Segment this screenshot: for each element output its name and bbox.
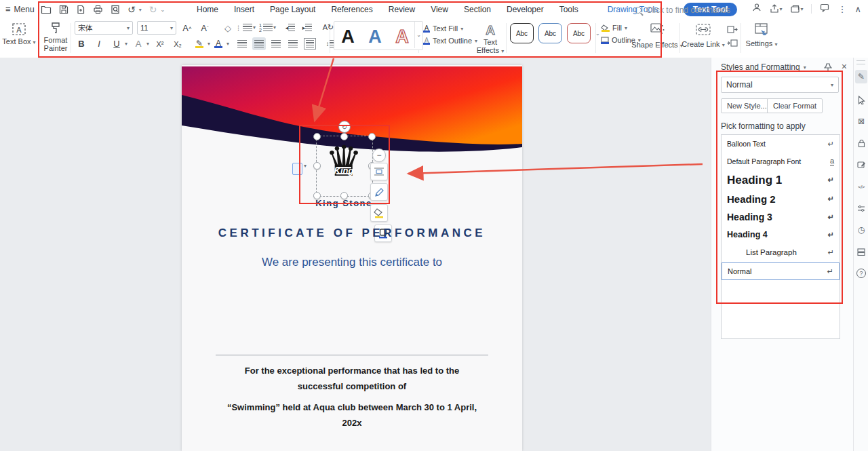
underline-button[interactable]: U	[110, 37, 123, 50]
save-icon[interactable]	[59, 5, 68, 14]
shrink-font-button[interactable]: Aˉ	[198, 22, 212, 35]
more-options-icon[interactable]: ⋮	[837, 4, 846, 14]
new-style-button[interactable]: New Style...	[721, 98, 773, 113]
clear-format-icon[interactable]: ◇	[221, 22, 235, 35]
certificate-page[interactable]: ♛ King ↻ ▾ −	[182, 65, 522, 451]
shape-style-red[interactable]: Abc	[567, 23, 591, 43]
style-item-normal-selected[interactable]: Normal↵	[722, 262, 840, 280]
style-item-heading-4[interactable]: Heading 4↵	[722, 226, 840, 243]
bullets-button[interactable]: ⋮	[235, 21, 252, 34]
subscript-button[interactable]: X₂	[171, 37, 184, 50]
decrease-indent-button[interactable]: ◂	[283, 21, 297, 34]
edit-mode-icon[interactable]: ✎	[855, 70, 867, 83]
help-icon[interactable]: ?	[855, 267, 867, 280]
comment-icon[interactable]	[820, 3, 829, 15]
paste-options-button[interactable]: ▾	[292, 163, 307, 175]
tab-tools[interactable]: Tools	[559, 5, 578, 16]
settings-button[interactable]: Settings ▾	[746, 22, 777, 47]
qat-customize-icon[interactable]: ⌄	[160, 7, 165, 13]
close-window-icon[interactable]: ⊠	[855, 115, 867, 128]
increase-indent-button[interactable]: ▸	[300, 21, 314, 34]
document-canvas[interactable]: ♛ King ↻ ▾ −	[0, 58, 711, 451]
code-view-icon[interactable]: </>	[855, 180, 867, 193]
link-next-button[interactable]	[727, 38, 738, 50]
undo-dropdown-icon[interactable]: ▾	[139, 7, 142, 13]
bold-button[interactable]: B	[75, 37, 88, 50]
rail-grip[interactable]	[856, 60, 865, 64]
panel-title[interactable]: Styles and Formatting ▾	[721, 62, 806, 72]
justify-button[interactable]	[286, 37, 300, 50]
tab-view[interactable]: View	[431, 5, 448, 16]
tab-insert[interactable]: Insert	[234, 5, 254, 16]
tab-review[interactable]: Review	[389, 5, 415, 16]
print-icon[interactable]	[93, 5, 103, 14]
clear-format-button[interactable]: Clear Format	[767, 98, 823, 113]
tab-references[interactable]: References	[331, 5, 372, 16]
text-box-button[interactable]: A Text Box ▾	[1, 21, 37, 45]
text-outline-button[interactable]: A Text Outline▾	[423, 37, 477, 45]
tab-section[interactable]: Section	[464, 5, 491, 16]
resize-handle-n[interactable]	[340, 133, 348, 140]
font-name-combo[interactable]: 宋体▾	[75, 21, 133, 35]
distribute-button[interactable]	[303, 37, 317, 50]
text-fill-button[interactable]: A Text Fill▾	[423, 24, 477, 33]
layout-options-button[interactable]	[370, 163, 388, 180]
shape-style-black[interactable]: Abc	[510, 23, 534, 43]
resize-handle-ne[interactable]	[368, 133, 376, 140]
share-button[interactable]: ▾	[770, 4, 782, 14]
print-preview-icon[interactable]	[111, 5, 120, 14]
collapse-ribbon-icon[interactable]: ∧	[854, 4, 861, 14]
char-effects-button[interactable]: A	[132, 37, 145, 50]
superscript-button[interactable]: X²	[153, 37, 167, 50]
shape-gallery-more[interactable]: ⌄	[595, 31, 600, 37]
font-color-button[interactable]: A	[214, 39, 222, 48]
text-effects-button[interactable]: A Text Effects ▾	[475, 22, 506, 54]
resize-handle-nw[interactable]	[313, 133, 321, 140]
tab-developer[interactable]: Developer	[507, 5, 544, 16]
shape-effects-button[interactable]: Shape Effects ▾	[636, 22, 678, 49]
pin-panel-icon[interactable]	[824, 62, 832, 75]
history-icon[interactable]: ◷	[855, 223, 867, 237]
lock-icon[interactable]	[855, 136, 867, 150]
account-icon[interactable]	[752, 3, 762, 15]
style-item-list-paragraph[interactable]: List Paragraph↵	[722, 243, 840, 261]
style-a-black[interactable]: A	[338, 24, 358, 47]
collapse-toolbar-button[interactable]: −	[372, 149, 386, 162]
rotate-handle[interactable]: ↻	[338, 121, 351, 133]
align-left-button[interactable]	[235, 37, 249, 50]
style-item-heading-3[interactable]: Heading 3↵	[722, 208, 840, 226]
grow-font-button[interactable]: A˄	[180, 22, 194, 35]
resize-handle-w[interactable]	[313, 162, 321, 170]
style-select-dropdown[interactable]: Normal ▾	[721, 77, 839, 93]
shape-fill-button[interactable]: Fill▾	[601, 24, 641, 32]
style-item-balloon-text[interactable]: Balloon Text↵	[722, 135, 840, 153]
highlight-color-button[interactable]: ✎	[195, 39, 203, 48]
create-link-button[interactable]: Create Link ▾	[682, 22, 724, 48]
italic-button[interactable]: I	[92, 37, 106, 50]
command-search[interactable]: Click to find commands	[635, 5, 730, 15]
tab-home[interactable]: Home	[197, 5, 218, 16]
close-panel-icon[interactable]: ×	[842, 61, 847, 72]
style-a-blue[interactable]: A	[365, 24, 385, 47]
gallery-more-button[interactable]: ⌄	[414, 22, 422, 48]
switch-window-button[interactable]: ▾	[790, 5, 803, 14]
align-right-button[interactable]	[269, 37, 283, 50]
style-item-heading-2[interactable]: Heading 2↵	[722, 190, 840, 208]
align-center-button[interactable]	[252, 37, 266, 50]
style-a-red-outline[interactable]: A	[392, 24, 412, 47]
tab-page-layout[interactable]: Page Layout	[270, 5, 315, 16]
select-tool-icon[interactable]	[855, 93, 867, 106]
font-size-combo[interactable]: 11▾	[137, 21, 176, 35]
markup-icon[interactable]	[855, 158, 867, 172]
numbering-button[interactable]: 12	[259, 21, 273, 34]
undo-icon[interactable]: ↺	[127, 5, 136, 14]
navigation-panes-icon[interactable]	[855, 245, 867, 258]
main-menu-button[interactable]: ≡ Menu	[5, 4, 35, 14]
shape-style-blue[interactable]: Abc	[538, 23, 562, 43]
style-item-heading-1[interactable]: Heading 1↵	[722, 170, 840, 190]
link-prev-button[interactable]	[727, 24, 738, 37]
redo-icon[interactable]: ↻	[149, 5, 157, 14]
format-painter-button[interactable]: Format Painter	[41, 21, 71, 52]
style-item-default-paragraph-font[interactable]: Default Paragraph Fonta	[722, 153, 840, 170]
open-icon[interactable]	[41, 5, 52, 14]
